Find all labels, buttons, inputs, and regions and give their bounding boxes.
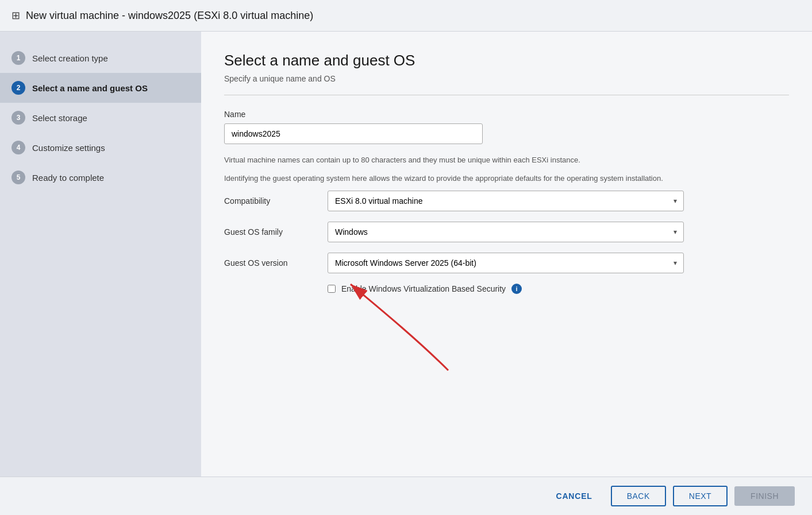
- sidebar-label-2: Select a name and guest OS: [32, 83, 148, 93]
- sidebar-label-4: Customize settings: [32, 143, 105, 153]
- vbs-checkbox-label[interactable]: Enable Windows Virtualization Based Secu…: [341, 284, 506, 293]
- name-label: Name: [224, 110, 789, 119]
- divider: [224, 95, 789, 95]
- finish-button: FINISH: [734, 486, 795, 506]
- guest-os-version-select-wrapper: Microsoft Windows Server 2025 (64-bit) M…: [328, 253, 684, 273]
- compatibility-row: Compatibility ESXi 8.0 virtual machine E…: [224, 191, 789, 211]
- guest-os-family-select[interactable]: Windows Linux Other: [328, 222, 684, 242]
- name-input[interactable]: [224, 123, 483, 144]
- sidebar-item-4[interactable]: 4 Customize settings: [0, 133, 201, 162]
- sidebar-item-2[interactable]: 2 Select a name and guest OS: [0, 73, 201, 103]
- guest-os-version-select[interactable]: Microsoft Windows Server 2025 (64-bit) M…: [328, 253, 684, 273]
- guest-os-family-label: Guest OS family: [224, 227, 316, 237]
- step-num-3: 3: [11, 111, 25, 125]
- vbs-checkbox[interactable]: [328, 285, 336, 293]
- guest-os-version-label: Guest OS version: [224, 258, 316, 268]
- step-num-5: 5: [11, 171, 25, 184]
- window-title: New virtual machine - windows2025 (ESXi …: [26, 10, 313, 22]
- compatibility-label: Compatibility: [224, 196, 316, 206]
- step-num-2: 2: [11, 81, 25, 95]
- vm-icon: ⊞: [11, 9, 20, 22]
- page-title: Select a name and guest OS: [224, 52, 789, 69]
- sidebar-item-5[interactable]: 5 Ready to complete: [0, 162, 201, 192]
- sidebar-label-5: Ready to complete: [32, 173, 104, 183]
- back-button[interactable]: BACK: [611, 486, 666, 506]
- cancel-button[interactable]: CANCEL: [545, 486, 604, 506]
- step-num-4: 4: [11, 141, 25, 154]
- guest-os-version-row: Guest OS version Microsoft Windows Serve…: [224, 253, 789, 273]
- sidebar: 1 Select creation type 2 Select a name a…: [0, 32, 201, 477]
- title-bar: ⊞ New virtual machine - windows2025 (ESX…: [0, 0, 812, 32]
- footer: CANCEL BACK NEXT FINISH: [0, 477, 812, 515]
- compatibility-select[interactable]: ESXi 8.0 virtual machine ESXi 7.0 virtua…: [328, 191, 684, 211]
- vbs-info-icon[interactable]: i: [511, 284, 522, 294]
- sidebar-item-1[interactable]: 1 Select creation type: [0, 43, 201, 73]
- vbs-checkbox-row: Enable Windows Virtualization Based Secu…: [328, 284, 789, 294]
- guest-os-family-row: Guest OS family Windows Linux Other ▾: [224, 222, 789, 242]
- sidebar-label-3: Select storage: [32, 113, 87, 123]
- content-area: Select a name and guest OS Specify a uni…: [201, 32, 812, 477]
- sidebar-item-3[interactable]: 3 Select storage: [0, 103, 201, 133]
- guest-os-family-select-wrapper: Windows Linux Other ▾: [328, 222, 684, 242]
- main-container: 1 Select creation type 2 Select a name a…: [0, 32, 812, 477]
- page-subtitle: Specify a unique name and OS: [224, 74, 789, 83]
- compatibility-select-wrapper: ESXi 8.0 virtual machine ESXi 7.0 virtua…: [328, 191, 684, 211]
- hint2-text: Identifying the guest operating system h…: [224, 173, 776, 184]
- hint1-text: Virtual machine names can contain up to …: [224, 154, 776, 166]
- step-num-1: 1: [11, 51, 25, 65]
- name-group: Name: [224, 110, 789, 144]
- sidebar-label-1: Select creation type: [32, 53, 108, 63]
- next-button[interactable]: NEXT: [673, 486, 728, 506]
